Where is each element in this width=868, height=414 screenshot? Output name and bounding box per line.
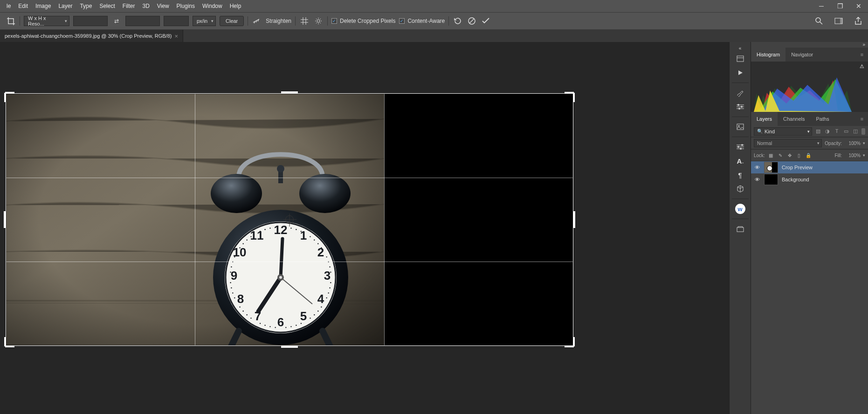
lock-position-icon[interactable]: ✥ [786,153,793,158]
panel-icon-patterns[interactable] [734,223,747,235]
menu-plugins[interactable]: Plugins [173,0,199,12]
swap-dimensions-icon[interactable]: ⇄ [111,16,122,26]
filter-pixel-icon[interactable]: ▧ [815,128,821,134]
menu-window[interactable]: Window [199,0,226,12]
histogram-warning-icon[interactable]: ⚠ [860,63,864,69]
crop-center-marker[interactable] [285,215,294,224]
right-panel-group: » Histogram Navigator ≡ ⚠ Layers Channel… [751,42,868,414]
menu-filter[interactable]: Filter [119,0,139,12]
panel-icon-properties[interactable] [734,141,747,153]
menu-select[interactable]: Select [96,0,118,12]
svg-point-86 [738,125,739,127]
crop-handle-bottom[interactable] [281,345,298,348]
delete-cropped-checkbox[interactable]: ✓ Delete Cropped Pixels [331,18,395,24]
panel-icon-adjustments[interactable] [734,101,747,113]
crop-handle-br[interactable] [573,337,575,346]
panel-icon-paragraph[interactable]: ¶ [734,169,747,181]
panel-icon-learn[interactable] [734,53,747,65]
layer-name: Background [782,177,809,182]
svg-rect-92 [772,162,778,172]
units-label: px/in [197,18,207,24]
svg-point-87 [741,144,743,146]
layer-background[interactable]: 👁 Background [751,173,868,186]
menu-type[interactable]: Type [76,0,96,12]
layer-crop-preview[interactable]: 👁 Crop Preview [751,161,868,173]
layer-filter-type-dropdown[interactable]: 🔍Kind [754,127,812,136]
crop-handle-tl[interactable] [4,93,6,102]
collapse-panel-icon[interactable]: » [751,42,868,48]
crop-tool-icon[interactable] [6,16,16,26]
lock-pixels-icon[interactable]: ✎ [777,153,784,158]
tab-navigator[interactable]: Navigator [785,48,819,62]
straighten-icon[interactable] [252,16,262,26]
menu-edit[interactable]: Edit [14,0,32,12]
minimize-button[interactable]: ─ [812,0,831,12]
panel-icon-libraries[interactable] [734,121,747,133]
resolution-input[interactable] [164,16,189,26]
filter-type-icon[interactable]: T [834,128,840,134]
share-icon[interactable] [853,16,863,26]
panel-flyout-icon[interactable]: ≡ [858,48,866,62]
filter-toggle[interactable] [861,128,865,135]
tab-histogram[interactable]: Histogram [751,48,785,62]
visibility-toggle-icon[interactable]: 👁 [754,165,760,170]
fill-value[interactable]: 100% [845,153,865,158]
menu-layer[interactable]: Layer [55,0,76,12]
close-tab-icon[interactable]: × [174,33,178,40]
workspace-switcher-icon[interactable] [834,16,844,26]
height-input[interactable] [125,16,160,26]
search-icon[interactable] [814,16,824,26]
crop-handle-right[interactable] [573,211,575,228]
document-tab[interactable]: pexels-aphiwat-chuangchoem-359989.jpg @ … [0,30,183,42]
panel-flyout-icon[interactable]: ≡ [858,112,866,126]
filter-shape-icon[interactable]: ▭ [843,128,849,134]
clear-button[interactable]: Clear [220,16,244,26]
panel-icon-wix[interactable]: w [734,203,747,215]
opacity-value[interactable]: 100% [845,141,865,146]
lock-artboard-icon[interactable]: ▯ [796,153,802,158]
width-input[interactable] [73,16,108,26]
menu-help[interactable]: Help [226,0,245,12]
expand-dock-icon[interactable]: « [730,46,751,51]
overlay-options-icon[interactable] [299,16,310,26]
tab-paths[interactable]: Paths [811,112,835,126]
panel-icon-character[interactable]: A [734,155,747,167]
filter-adjust-icon[interactable]: ◑ [824,128,831,134]
fill-label: Fill: [834,153,842,158]
units-dropdown[interactable]: px/in [193,16,216,26]
crop-handle-bl[interactable] [5,345,14,347]
menu-image[interactable]: Image [32,0,55,12]
crop-handle-top[interactable] [281,91,298,94]
menu-3d[interactable]: 3D [138,0,153,12]
lock-transparency-icon[interactable]: ▦ [768,153,774,158]
cancel-crop-icon[interactable] [467,16,477,26]
checkbox-icon: ✓ [331,18,337,24]
crop-options-gear-icon[interactable] [313,16,324,26]
crop-preset-dropdown[interactable]: W x H x Reso... [24,16,69,26]
panel-icon-3d[interactable] [734,183,747,195]
filter-smart-icon[interactable]: ◫ [852,128,859,134]
crop-handle-tl[interactable] [5,92,14,94]
panel-icon-actions[interactable] [734,67,747,79]
tab-channels[interactable]: Channels [778,112,810,126]
visibility-toggle-icon[interactable]: 👁 [754,177,760,182]
menu-file[interactable]: le [3,0,14,12]
canvas-area[interactable]: 12 1 2 3 4 5 6 7 8 9 10 11 [0,42,729,414]
blend-mode-dropdown[interactable]: Normal [754,139,822,147]
layers-panel-tabs: Layers Channels Paths ≡ [751,112,868,126]
maximize-button[interactable]: ❐ [831,0,849,12]
panel-icon-brushes[interactable] [734,87,747,99]
crop-handle-bl[interactable] [4,337,6,346]
close-button[interactable]: ✕ [849,0,868,12]
commit-crop-icon[interactable] [481,16,491,26]
crop-handle-tr[interactable] [573,93,575,102]
lock-all-icon[interactable]: 🔒 [805,153,812,158]
menu-view[interactable]: View [153,0,173,12]
crop-handle-left[interactable] [4,211,6,228]
reset-crop-icon[interactable] [453,16,463,26]
tab-layers[interactable]: Layers [751,112,778,126]
content-aware-checkbox[interactable]: ✓ Content-Aware [399,18,445,24]
crop-boundary[interactable]: 12 1 2 3 4 5 6 7 8 9 10 11 [6,93,573,346]
crop-handle-tr[interactable] [565,92,574,94]
crop-handle-br[interactable] [565,345,574,347]
